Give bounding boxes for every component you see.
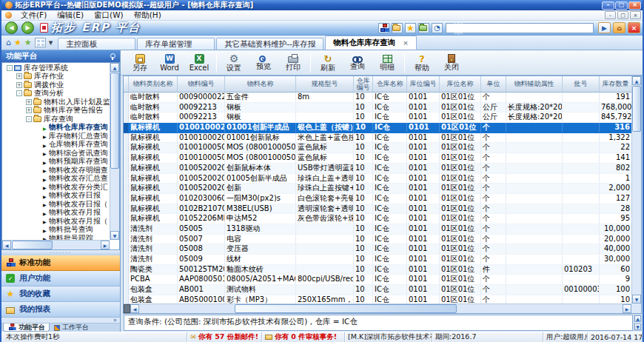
save-button[interactable]: 另存: [125, 51, 155, 74]
tab-item[interactable]: 物料仓库库存查询×: [325, 36, 417, 50]
word-button[interactable]: WWord: [155, 51, 184, 74]
pin-icon[interactable]: [109, 53, 115, 60]
restore-button[interactable]: □: [615, 1, 628, 10]
row-selector[interactable]: [124, 255, 129, 264]
scrollbar-thumb[interactable]: [235, 304, 457, 313]
scroll-left-icon[interactable]: ◀: [2, 241, 11, 249]
expander-icon[interactable]: +: [16, 73, 22, 79]
table-row[interactable]: 鼠标裸机0102030060300一阳M30(px2)s白色滚轮套+亮银中10I…: [124, 194, 631, 204]
tree-item[interactable]: 物料批号跟踪: [2, 234, 110, 240]
row-selector[interactable]: [124, 194, 129, 204]
scroll-right-icon[interactable]: ▶: [101, 241, 110, 249]
table-row[interactable]: 临时散料00092213钢板10IC仓010101区01位公斤长度规格:20*2…: [124, 103, 631, 113]
table-row[interactable]: PCBAAAP08005014102008005/A2051+MA60M25B8…: [124, 275, 631, 285]
scroll-right-icon[interactable]: ▶: [623, 304, 631, 313]
excel-button[interactable]: XExcel: [184, 51, 214, 74]
tree-vertical-scrollbar[interactable]: ▲ ▼: [110, 63, 119, 240]
scroll-up-icon[interactable]: ▲: [110, 63, 119, 72]
quick-launch-button[interactable]: ◔: [432, 23, 443, 33]
table-row[interactable]: 临时散料00092213钢板10IC仓010101区01位公斤长度规格:20*2…: [124, 113, 631, 123]
row-selector[interactable]: [124, 295, 129, 304]
table-row[interactable]: 清洗剂05007电容10IC仓010101区01位个20,000: [124, 235, 631, 245]
menu-item[interactable]: 文件(F): [16, 10, 52, 20]
forward-icon[interactable]: ▶: [21, 21, 34, 34]
table-row[interactable]: 陶瓷类500125TM201釉面木纹砖10IC仓010101区01位件01020…: [124, 265, 631, 275]
mdi-minimize-button[interactable]: –: [605, 11, 616, 19]
column-header[interactable]: 仓库名称: [373, 76, 407, 93]
home-icon[interactable]: ⌂: [6, 38, 11, 47]
table-row[interactable]: 鼠标裸机0100100050100MOS (0800100050100)蓝色鼠标…: [124, 153, 631, 164]
scroll-down-icon[interactable]: ▼: [634, 323, 641, 330]
accordion-item[interactable]: ✓用户功能: [1, 271, 120, 286]
table-row[interactable]: 包装盒AB001测试物料10IC仓010101区01位个00100003100: [124, 285, 631, 295]
minimize-button[interactable]: –: [602, 1, 614, 10]
expander-icon[interactable]: -: [26, 116, 32, 122]
favorites-add-icon[interactable]: ★: [24, 38, 32, 47]
menu-item[interactable]: 帮助(H): [129, 10, 167, 20]
expander-icon[interactable]: +: [16, 82, 22, 88]
sidebar-bottom-tab[interactable]: 功能平台: [3, 323, 50, 332]
row-selector[interactable]: [124, 113, 129, 122]
scroll-up-icon[interactable]: ▲: [632, 76, 641, 85]
row-selector[interactable]: [124, 153, 129, 163]
close-red-icon[interactable]: ×: [628, 22, 640, 33]
refresh-button[interactable]: ↻刷新: [313, 51, 343, 74]
quick-launch-button[interactable]: [378, 23, 389, 33]
query-scrollbar[interactable]: ▲ ▼: [634, 315, 642, 331]
splitter-handle[interactable]: ·······: [1, 250, 120, 255]
scrollbar-thumb[interactable]: [632, 86, 641, 132]
table-row[interactable]: 清洗剂05008变压器10IC仓010101区01位个40,000: [124, 244, 631, 255]
table-row[interactable]: 鼠标裸机010052002020001005创新半成品珍珠白上盖+透明红10IC…: [124, 174, 631, 184]
column-header[interactable]: 物料编号: [178, 76, 225, 93]
row-selector[interactable]: [124, 143, 129, 152]
table-row[interactable]: 鼠标裸机0102B21070100M38EL(USB)透明滚轮套+透明蓝10IC…: [124, 204, 631, 215]
row-selector[interactable]: [124, 265, 129, 275]
table-row[interactable]: 鼠标裸机010010002040001001创新鼠标米色上盖+蓝色按键+10IC…: [124, 133, 631, 144]
close-button[interactable]: ×: [628, 1, 641, 10]
close-tab-icon[interactable]: ×: [403, 39, 409, 47]
row-selector[interactable]: [124, 123, 129, 133]
scroll-down-icon[interactable]: ▼: [110, 231, 119, 240]
menu-item[interactable]: 编辑(E): [52, 10, 89, 20]
column-header[interactable]: 单位: [481, 76, 506, 93]
detail-button[interactable]: 明细: [372, 51, 402, 74]
preview-button[interactable]: 预览: [249, 51, 278, 74]
row-selector[interactable]: [124, 164, 129, 173]
grid-horizontal-scrollbar[interactable]: ◀ ▶: [124, 304, 631, 313]
column-header[interactable]: 库位名称: [440, 76, 481, 93]
row-selector[interactable]: [124, 184, 129, 193]
row-selector[interactable]: [124, 93, 129, 102]
scrollbar-thumb[interactable]: [12, 241, 53, 249]
expander-icon[interactable]: +: [26, 107, 32, 113]
quick-launch-button[interactable]: ★: [405, 23, 416, 33]
row-selector[interactable]: [124, 214, 129, 224]
row-selector[interactable]: [124, 235, 129, 244]
column-header[interactable]: 仓库编号: [354, 76, 373, 93]
accordion-item[interactable]: 标准功能: [1, 255, 120, 271]
home-icon[interactable]: ⌂: [613, 22, 625, 33]
row-selector[interactable]: [124, 224, 129, 234]
tab-item[interactable]: 库存单据管理: [137, 38, 215, 50]
column-header[interactable]: 物料辅助属性: [506, 76, 563, 93]
expander-icon[interactable]: -: [7, 65, 13, 71]
scroll-up-icon[interactable]: ▲: [634, 315, 641, 322]
table-row[interactable]: 鼠标裸机01052206MD000申达M52灰色带齿滚轮+珠光10IC仓0101…: [124, 214, 631, 224]
search-button[interactable]: 查询: [343, 51, 372, 74]
table-row[interactable]: 鼠标裸机0100520020000创新鼠标本体USB带灯透明蓝装饰10IC仓01…: [124, 164, 631, 174]
column-header[interactable]: 物料类别名称: [129, 76, 178, 93]
table-row[interactable]: 清洗剂050051318驱动10IC仓010101区01位个10,000: [124, 224, 631, 235]
expander-icon[interactable]: -: [16, 90, 22, 96]
table-row[interactable]: 鼠标裸机0100520020A00创新珍珠白上盖按键+透10IC仓010101区…: [124, 184, 631, 194]
tree-horizontal-scrollbar[interactable]: ◀ ▶: [2, 240, 110, 249]
row-selector[interactable]: [124, 275, 129, 284]
accordion-item[interactable]: 我的报表: [1, 302, 120, 318]
column-header[interactable]: 物料名称: [225, 76, 296, 93]
row-selector[interactable]: [124, 133, 129, 143]
chevron-more-icon[interactable]: »: [113, 318, 117, 323]
mdi-close-button[interactable]: ×: [630, 11, 641, 19]
print-button[interactable]: 打印: [278, 51, 308, 74]
column-header[interactable]: 规格型号: [296, 76, 354, 93]
back-icon[interactable]: ◀: [5, 21, 18, 34]
accordion-item[interactable]: ★我的收藏: [1, 286, 120, 302]
menu-item[interactable]: 窗口(W): [89, 10, 129, 20]
